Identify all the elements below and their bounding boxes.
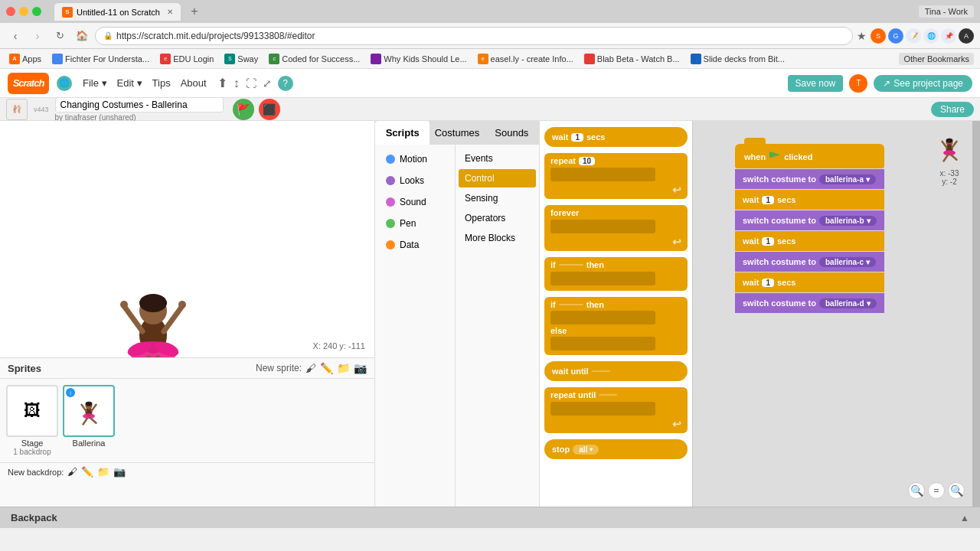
zoom-reset-button[interactable]: = (928, 482, 945, 499)
zoom-out-button[interactable]: 🔍 (908, 482, 925, 499)
folder-backdrop-icon[interactable]: 📁 (97, 466, 109, 478)
more-bookmarks-button[interactable]: Other Bookmarks (899, 53, 974, 65)
cat-sound[interactable]: Sound (378, 192, 452, 212)
help-icon[interactable]: ? (278, 76, 293, 91)
paint-sprite-icon[interactable]: 🖌 (305, 362, 316, 374)
back-button[interactable]: ‹ (6, 27, 24, 45)
traffic-green[interactable] (32, 7, 41, 16)
block-costume-d[interactable]: switch costume to ballerina-d ▾ (735, 293, 884, 313)
nav-edit[interactable]: Edit ▾ (114, 76, 145, 90)
svg-line-20 (83, 418, 88, 425)
nav-file[interactable]: File ▾ (80, 76, 110, 90)
cat-motion[interactable]: Motion (378, 149, 452, 169)
fullscreen-icon[interactable]: ⤢ (263, 77, 272, 90)
costume-c-dropdown[interactable]: ballerina-c ▾ (819, 257, 876, 267)
camera-sprite-icon[interactable]: 📷 (354, 362, 367, 374)
bookmark-apps[interactable]: A Apps (6, 52, 44, 66)
bookmark-sway[interactable]: S Sway (221, 52, 261, 66)
block-costume-a[interactable]: switch costume to ballerina-a ▾ (735, 169, 884, 189)
sprite-info-badge[interactable]: i (66, 388, 75, 397)
block-if[interactable]: if then (544, 257, 688, 291)
sprite-preview-corner: x: -33 y: -2 (934, 129, 965, 186)
block-repeat[interactable]: repeat 10 ↩ (544, 153, 688, 199)
subcat-control[interactable]: Control (459, 169, 536, 187)
traffic-red[interactable] (6, 7, 15, 16)
refresh-button[interactable]: ↻ (51, 27, 69, 45)
block-wait[interactable]: wait 1 secs (544, 127, 688, 147)
bookmark-edu[interactable]: e EDU Login (157, 52, 217, 66)
block-costume-b[interactable]: switch costume to ballerina-b ▾ (735, 210, 884, 230)
bookmark-slide[interactable]: Slide decks from Bit... (688, 52, 788, 66)
tab-scripts[interactable]: Scripts (375, 121, 430, 145)
forward-button[interactable]: › (28, 27, 47, 45)
bookmark-coded[interactable]: c Coded for Success... (266, 52, 363, 66)
block-if-else[interactable]: if then else (544, 297, 688, 355)
folder-sprite-icon[interactable]: 📁 (337, 362, 350, 374)
url-bar[interactable]: 🔒 https://scratch.mit.edu/projects/99133… (95, 27, 853, 45)
block-repeat-until[interactable]: repeat until ↩ (544, 387, 688, 433)
browser-tab[interactable]: S Untitled-11 on Scratch ✕ (54, 2, 181, 21)
block-repeat-until-arrow: ↩ (550, 418, 681, 430)
bookmark-why-kids[interactable]: Why Kids Should Le... (368, 52, 469, 66)
bookmark-blab[interactable]: Blab Beta - Watch B... (581, 52, 683, 66)
zoom-in-button[interactable]: 🔍 (948, 482, 965, 499)
subcat-operators[interactable]: Operators (459, 209, 536, 227)
expand-icon[interactable]: ⛶ (246, 77, 256, 90)
subcat-more-blocks[interactable]: More Blocks (459, 229, 536, 247)
block-wait-until[interactable]: wait until (544, 361, 688, 381)
stop-button[interactable]: ⬛ (259, 99, 280, 120)
paint-backdrop-icon[interactable]: 🖌 (67, 466, 77, 478)
scrollbar-right[interactable] (972, 121, 980, 507)
project-name-field[interactable]: by tinafraser (unshared) (55, 97, 224, 122)
project-name-input[interactable] (55, 97, 224, 112)
tab-close-icon[interactable]: ✕ (167, 8, 173, 16)
scratch-globe[interactable]: 🌐 (57, 76, 72, 91)
see-project-button[interactable]: ↗ See project page (874, 75, 972, 92)
scratch-logo[interactable]: Scratch (8, 73, 49, 94)
ballerina-sprite-item[interactable]: i Balleri (63, 385, 115, 456)
ext-icon-2[interactable]: G (888, 28, 903, 44)
tab-costumes[interactable]: Costumes (430, 121, 484, 145)
ext-icon-6[interactable]: A (959, 28, 974, 44)
share-button[interactable]: Share (931, 102, 974, 117)
block-wait-2[interactable]: wait 1 secs (735, 231, 884, 251)
block-costume-c[interactable]: switch costume to ballerina-c ▾ (735, 252, 884, 272)
bookmark-star[interactable]: ★ (857, 30, 867, 42)
cursor-icon[interactable]: ↕ (234, 77, 240, 90)
save-now-button[interactable]: Save now (788, 75, 844, 92)
block-wait-1[interactable]: wait 1 secs (735, 190, 884, 210)
nav-tips[interactable]: Tips (149, 76, 174, 90)
costume-d-dropdown[interactable]: ballerina-d ▾ (819, 298, 877, 308)
user-avatar[interactable]: T (849, 74, 867, 93)
backpack-bar[interactable]: Backpack ▲ (0, 507, 980, 528)
cat-looks[interactable]: Looks (378, 171, 452, 191)
block-stop-all[interactable]: stop all ▾ (544, 439, 688, 459)
traffic-yellow[interactable] (19, 7, 28, 16)
subcat-events[interactable]: Events (459, 149, 536, 168)
camera-backdrop-icon[interactable]: 📷 (113, 466, 126, 478)
cat-pen[interactable]: Pen (378, 214, 452, 233)
block-wait-3[interactable]: wait 1 secs (735, 272, 884, 292)
ext-icon-4[interactable]: 🌐 (923, 28, 939, 44)
home-button[interactable]: 🏠 (73, 27, 91, 45)
costume-b-dropdown[interactable]: ballerina-b ▾ (819, 216, 877, 226)
hat-bump (744, 138, 766, 145)
subcat-sensing[interactable]: Sensing (459, 189, 536, 207)
new-tab-button[interactable]: + (186, 3, 203, 20)
pencil-sprite-icon[interactable]: ✏️ (320, 362, 333, 374)
cat-data[interactable]: Data (378, 235, 452, 255)
ext-icon-1[interactable]: S (871, 28, 886, 44)
upload-icon[interactable]: ⬆ (217, 76, 227, 90)
green-flag-button[interactable]: 🚩 (233, 99, 254, 120)
pencil-backdrop-icon[interactable]: ✏️ (81, 466, 93, 478)
bookmark-fichter[interactable]: Fichter For Understa... (49, 52, 152, 66)
bookmark-easely[interactable]: e easel.ly - create Info... (475, 52, 577, 66)
costume-a-dropdown[interactable]: ballerina-a ▾ (819, 174, 876, 184)
tab-sounds[interactable]: Sounds (485, 121, 539, 145)
hat-block[interactable]: when clicked (735, 144, 884, 168)
ext-icon-5[interactable]: 📌 (941, 28, 956, 44)
ext-icon-3[interactable]: 📝 (906, 28, 921, 44)
nav-about[interactable]: About (178, 76, 210, 90)
stage-sprite-item[interactable]: 🖼 Stage 1 backdrop (6, 385, 58, 456)
block-forever[interactable]: forever ↩ (544, 205, 688, 251)
